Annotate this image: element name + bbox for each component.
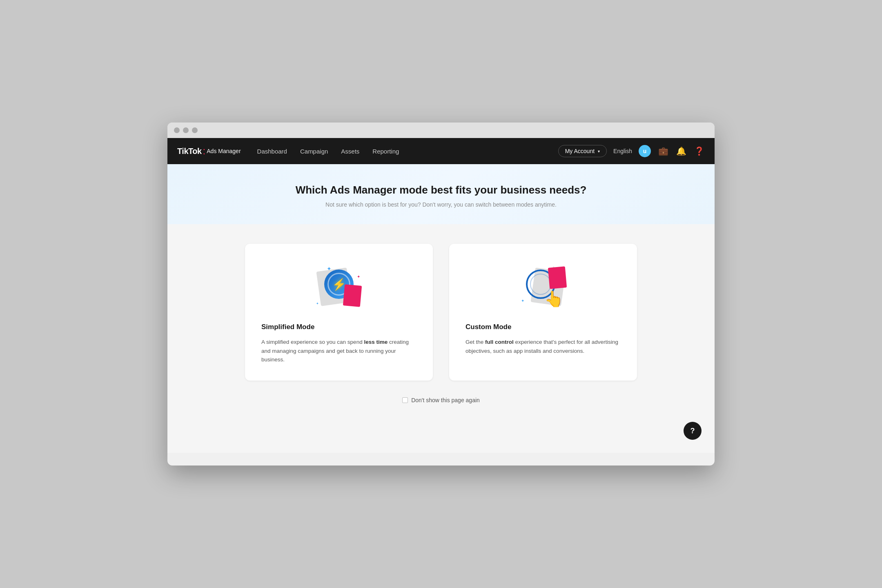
bell-icon[interactable]: 🔔 <box>675 145 687 157</box>
nav-link-assets[interactable]: Assets <box>341 148 359 155</box>
logo-ads-text: Ads Manager <box>207 148 241 154</box>
dont-show-checkbox[interactable] <box>402 397 408 403</box>
tiktok-logo: TikTok : Ads Manager <box>177 146 241 156</box>
my-account-button[interactable]: My Account ▾ <box>558 145 607 157</box>
nav-link-dashboard[interactable]: Dashboard <box>257 148 287 155</box>
traffic-light-minimize[interactable] <box>183 127 189 133</box>
nav-links: Dashboard Campaign Assets Reporting <box>257 148 558 155</box>
logo-tiktok-text: TikTok <box>177 147 202 156</box>
simplified-desc-plain: A simplified experience so you can spend <box>261 339 364 345</box>
language-selector[interactable]: English <box>613 148 632 154</box>
simplified-desc-bold: less time <box>364 339 388 345</box>
browser-chrome <box>167 122 715 138</box>
nav-brand: TikTok : Ads Manager <box>177 146 241 156</box>
simp-star2-icon: ✦ <box>357 274 360 279</box>
custom-mode-card[interactable]: 👆 ✦ ✦ Custom Mode Get the full control e… <box>449 244 637 381</box>
page-wrapper: TikTok : Ads Manager Dashboard Campaign … <box>167 138 715 453</box>
logo-dot: : <box>203 146 206 156</box>
navbar: TikTok : Ads Manager Dashboard Campaign … <box>167 138 715 164</box>
hero-subtitle: Not sure which option is best for you? D… <box>167 201 715 208</box>
dont-show-row: Don't show this page again <box>216 397 666 403</box>
hero-title: Which Ads Manager mode best fits your bu… <box>167 184 715 196</box>
user-avatar[interactable]: u <box>639 145 651 157</box>
dont-show-label: Don't show this page again <box>411 397 480 403</box>
chevron-down-icon: ▾ <box>598 149 600 154</box>
nav-link-campaign[interactable]: Campaign <box>300 148 328 155</box>
nav-right: My Account ▾ English u 💼 🔔 ❓ <box>558 145 705 157</box>
custom-star2-icon: ✦ <box>521 298 524 303</box>
custom-mode-title: Custom Mode <box>466 323 621 331</box>
simp-star3-icon: ✦ <box>316 302 319 305</box>
custom-desc-plain: Get the <box>466 339 485 345</box>
my-account-label: My Account <box>565 148 595 154</box>
custom-hand-icon: 👆 <box>544 290 564 308</box>
help-icon[interactable]: ❓ <box>693 145 705 157</box>
simplified-mode-illustration: ⚡ ✦ ✦ ✦ <box>261 260 416 313</box>
hero-banner: Which Ads Manager mode best fits your bu… <box>167 164 715 224</box>
main-content: ⚡ ✦ ✦ ✦ Simplified Mode A simplified exp… <box>167 224 715 453</box>
briefcase-icon[interactable]: 💼 <box>657 145 669 157</box>
simp-bolt-icon: ⚡ <box>332 278 346 291</box>
simplified-mode-description: A simplified experience so you can spend… <box>261 338 416 364</box>
simp-pink-rect <box>343 284 362 307</box>
traffic-light-close[interactable] <box>174 127 180 133</box>
traffic-light-maximize[interactable] <box>192 127 198 133</box>
custom-desc-bold: full control <box>485 339 514 345</box>
nav-link-reporting[interactable]: Reporting <box>372 148 399 155</box>
simplified-mode-title: Simplified Mode <box>261 323 416 331</box>
simplified-mode-card[interactable]: ⚡ ✦ ✦ ✦ Simplified Mode A simplified exp… <box>245 244 433 381</box>
simp-star1-icon: ✦ <box>327 265 332 272</box>
custom-mode-description: Get the full control experience that's p… <box>466 338 621 355</box>
cards-container: ⚡ ✦ ✦ ✦ Simplified Mode A simplified exp… <box>216 244 666 381</box>
help-fab-icon: ? <box>690 427 695 435</box>
custom-pink-rect <box>548 266 567 289</box>
help-fab-button[interactable]: ? <box>684 422 702 440</box>
browser-window: TikTok : Ads Manager Dashboard Campaign … <box>167 122 715 466</box>
custom-mode-illustration: 👆 ✦ ✦ <box>466 260 621 313</box>
